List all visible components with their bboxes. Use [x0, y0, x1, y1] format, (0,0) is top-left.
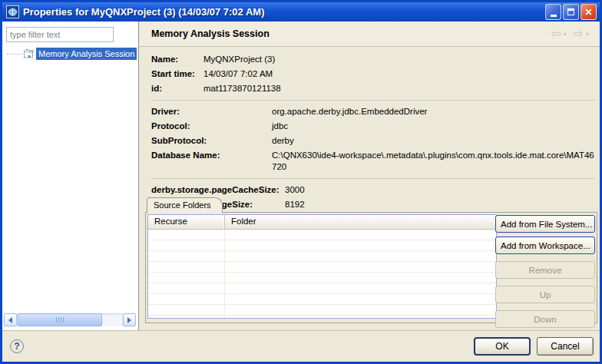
scroll-left-button[interactable] [4, 313, 17, 326]
back-icon: ⇦ [551, 28, 561, 40]
separator [151, 178, 595, 179]
property-value: C:\QNX630\ide4-workspace\.metadata\.plug… [272, 150, 595, 173]
app-icon [6, 5, 19, 18]
minimize-button[interactable] [545, 4, 561, 20]
main-panel: Memory Analysis Session ⇦ ▾ ⇨ ▾ Name: My… [140, 22, 600, 330]
forward-dropdown-icon[interactable]: ▾ [586, 31, 589, 38]
up-button[interactable]: Up [495, 286, 595, 303]
window-controls: ✕ [545, 4, 597, 20]
table-row [148, 316, 496, 318]
property-row-protocol: Protocol: jdbc [151, 119, 595, 134]
property-value: jdbc [272, 121, 595, 132]
close-button[interactable]: ✕ [580, 4, 597, 20]
table-row [148, 262, 496, 273]
property-label: Start time: [151, 68, 203, 80]
property-label: Protocol: [151, 121, 272, 132]
maximize-icon [567, 8, 574, 15]
add-from-file-system-button[interactable]: Add from File System... [495, 215, 595, 233]
dialog-button-bar: ? OK Cancel [2, 330, 600, 362]
scroll-right-button[interactable] [123, 313, 136, 326]
scroll-left-icon [8, 317, 12, 323]
column-header-recurse[interactable]: Recurse [148, 215, 225, 229]
filter-input[interactable] [6, 27, 114, 42]
tree-item-label: Memory Analysis Session [36, 48, 137, 60]
separator [151, 100, 595, 101]
minimize-icon [551, 15, 557, 17]
table-row [148, 283, 496, 294]
property-row-database-name: Database Name: C:\QNX630\ide4-workspace\… [151, 148, 595, 174]
properties-dialog: Properties for MyQNXProject (3) (14/03/0… [0, 0, 602, 364]
help-button[interactable]: ? [10, 339, 24, 353]
horizontal-scrollbar[interactable] [4, 313, 136, 326]
session-icon [22, 48, 35, 60]
ok-cancel-group: OK Cancel [474, 337, 594, 356]
property-row-start-time: Start time: 14/03/07 7:02 AM [151, 67, 595, 81]
table-row [148, 294, 496, 305]
property-label: Driver: [151, 106, 272, 117]
property-row-name: Name: MyQNXProject (3) [151, 52, 595, 67]
property-label: id: [151, 83, 203, 94]
table-row [148, 305, 496, 316]
close-icon: ✕ [584, 8, 592, 17]
source-folders-table: Recurse Folder [147, 214, 497, 319]
title-bar[interactable]: Properties for MyQNXProject (3) (14/03/0… [2, 2, 600, 22]
maximize-button[interactable] [563, 4, 579, 20]
table-row [148, 240, 496, 251]
table-row [148, 273, 496, 283]
remove-button[interactable]: Remove [495, 261, 595, 279]
scroll-right-icon [127, 317, 131, 323]
property-label: Database Name: [151, 150, 272, 173]
scrollbar-thumb[interactable] [18, 313, 102, 326]
property-value: derby [272, 135, 595, 147]
property-value: MyQNXProject (3) [203, 54, 595, 65]
page-title: Memory Analysis Session [151, 28, 270, 39]
table-body[interactable] [148, 230, 496, 318]
source-folder-actions: Add from File System... Add from Workspa… [495, 215, 595, 332]
property-row-id: id: mat1173870121138 [151, 81, 595, 96]
property-row-subprotocol: SubProtocol: derby [151, 134, 595, 148]
scrollbar-track[interactable] [17, 313, 123, 326]
forward-icon: ⇨ [574, 28, 584, 40]
column-header-folder[interactable]: Folder [225, 215, 496, 229]
property-label: SubProtocol: [151, 135, 272, 147]
property-value: mat1173870121138 [203, 83, 595, 94]
dialog-body: Memory Analysis Session Memory Analysis … [2, 22, 600, 330]
session-properties: Name: MyQNXProject (3) Start time: 14/03… [140, 47, 600, 217]
property-value: org.apache.derby.jdbc.EmbeddedDriver [272, 106, 595, 117]
property-row-driver: Driver: org.apache.derby.jdbc.EmbeddedDr… [151, 104, 595, 119]
history-navigation: ⇦ ▾ ⇨ ▾ [551, 28, 594, 40]
source-folders-content: Recurse Folder [145, 212, 597, 323]
tab-source-folders[interactable]: Source Folders [147, 197, 223, 213]
down-button[interactable]: Down [495, 310, 595, 328]
forward-button[interactable]: ⇨ [574, 28, 584, 40]
table-header: Recurse Folder [148, 215, 496, 230]
property-label: Name: [151, 54, 203, 65]
source-folders-group: Source Folders Recurse Folder [145, 197, 597, 323]
cancel-button[interactable]: Cancel [537, 337, 594, 356]
property-label: derby.storage.pageCacheSize: [151, 184, 285, 196]
ok-button[interactable]: OK [474, 337, 531, 356]
add-from-workspace-button[interactable]: Add from Workspace... [495, 237, 595, 254]
scrollbar-grip-icon [56, 317, 64, 323]
back-button[interactable]: ⇦ [551, 28, 561, 40]
table-row [148, 251, 496, 262]
page-header: Memory Analysis Session ⇦ ▾ ⇨ ▾ [140, 22, 600, 47]
tree-connector [7, 54, 22, 55]
property-row-page-cache-size: derby.storage.pageCacheSize: 3000 [151, 183, 595, 197]
tree-item-memory-analysis-session[interactable]: Memory Analysis Session [2, 47, 137, 61]
back-dropdown-icon[interactable]: ▾ [564, 31, 567, 38]
window-title: Properties for MyQNXProject (3) (14/03/0… [23, 6, 541, 18]
table-row [148, 230, 496, 240]
property-value: 14/03/07 7:02 AM [203, 68, 595, 80]
property-value: 3000 [285, 184, 595, 196]
sidebar: Memory Analysis Session [2, 22, 139, 330]
